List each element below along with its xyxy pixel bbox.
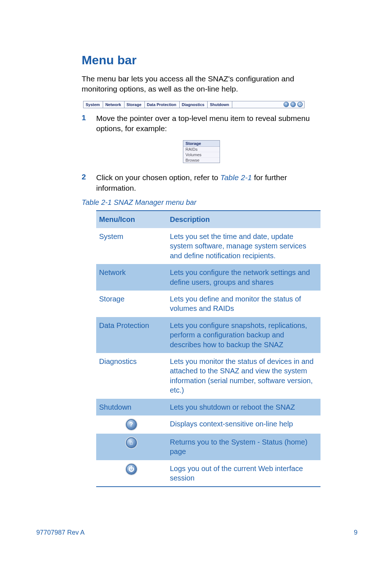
step-number: 1 — [82, 113, 96, 134]
menu-system[interactable]: System — [83, 101, 103, 108]
menu-data-protection[interactable]: Data Protection — [145, 101, 180, 108]
row-menu-name: Shutdown — [96, 399, 167, 415]
footer-pagenum: 9 — [354, 529, 358, 536]
table-caption: Table 2-1 SNAZ Manager menu bar — [82, 198, 321, 207]
table-row: DiagnosticsLets you monitor the status o… — [96, 353, 320, 399]
row-icon-cell: ⏻ — [96, 460, 167, 487]
menubar-icons: ? ⌂ ⏻ — [282, 101, 304, 108]
table-row: Data ProtectionLets you configure snapsh… — [96, 317, 320, 353]
logout-icon[interactable]: ⏻ — [126, 464, 137, 475]
help-icon[interactable]: ? — [283, 102, 289, 107]
row-icon-cell: ? — [96, 415, 167, 434]
row-icon-cell: ⌂ — [96, 434, 167, 460]
logout-icon[interactable]: ⏻ — [297, 102, 303, 107]
row-description: Logs you out of the current Web interfac… — [167, 460, 320, 487]
menubar-screenshot: System Network Storage Data Protection D… — [83, 101, 305, 108]
row-description: Returns you to the System - Status (home… — [167, 434, 320, 460]
row-description: Lets you set the time and date, update s… — [167, 228, 320, 264]
step2-before: Click on your chosen option, refer to — [96, 173, 220, 182]
row-menu-name: Network — [96, 264, 167, 291]
home-icon[interactable]: ⌂ — [126, 437, 137, 448]
menubar: System Network Storage Data Protection D… — [83, 101, 305, 108]
row-menu-name: Diagnostics — [96, 353, 167, 399]
step-number: 2 — [82, 173, 96, 193]
table-row: NetworkLets you configure the network se… — [96, 264, 320, 291]
intro-paragraph: The menu bar lets you access all the SNA… — [82, 74, 321, 94]
submenu-example: Storage RAIDs Volumes Browse — [82, 140, 321, 163]
step-2: 2 Click on your chosen option, refer to … — [82, 173, 321, 193]
row-description: Lets you define and monitor the status o… — [167, 291, 320, 317]
submenu-head[interactable]: Storage — [183, 141, 220, 147]
row-menu-name: Storage — [96, 291, 167, 317]
row-menu-name: Data Protection — [96, 317, 167, 353]
table-row: SystemLets you set the time and date, up… — [96, 228, 320, 264]
table-row: ⌂Returns you to the System - Status (hom… — [96, 434, 320, 460]
section-heading: Menu bar — [82, 53, 321, 67]
step-text: Click on your chosen option, refer to Ta… — [96, 173, 321, 193]
menubar-spacer — [232, 101, 282, 108]
th-description: Description — [167, 211, 320, 228]
row-description: Lets you configure the network settings … — [167, 264, 320, 291]
row-description: Lets you configure snapshots, replicatio… — [167, 317, 320, 353]
row-description: Lets you shutdown or reboot the SNAZ — [167, 399, 320, 415]
submenu-item-raids[interactable]: RAIDs — [183, 147, 220, 152]
help-icon[interactable]: ? — [126, 419, 137, 430]
footer-docid: 97707987 Rev A — [36, 529, 85, 536]
menu-description-table: Menu/Icon Description SystemLets you set… — [96, 210, 320, 487]
step-1: 1 Move the pointer over a top-level menu… — [82, 113, 321, 134]
menu-shutdown[interactable]: Shutdown — [208, 101, 232, 108]
step-text: Move the pointer over a top-level menu i… — [96, 113, 321, 134]
row-menu-name: System — [96, 228, 167, 264]
row-description: Lets you monitor the status of devices i… — [167, 353, 320, 399]
th-menu-icon: Menu/Icon — [96, 211, 167, 228]
table-row: StorageLets you define and monitor the s… — [96, 291, 320, 317]
menu-diagnostics[interactable]: Diagnostics — [180, 101, 208, 108]
home-icon[interactable]: ⌂ — [290, 102, 296, 107]
submenu-item-browse[interactable]: Browse — [183, 158, 220, 163]
page-content: Menu bar The menu bar lets you access al… — [82, 53, 321, 487]
menu-network[interactable]: Network — [103, 101, 124, 108]
submenu: Storage RAIDs Volumes Browse — [183, 140, 220, 163]
submenu-item-volumes[interactable]: Volumes — [183, 152, 220, 158]
table-ref-link[interactable]: Table 2-1 — [220, 173, 252, 182]
table-row: ?Displays context-sensitive on-line help — [96, 415, 320, 434]
table-row: ShutdownLets you shutdown or reboot the … — [96, 399, 320, 415]
menu-storage[interactable]: Storage — [124, 101, 145, 108]
row-description: Displays context-sensitive on-line help — [167, 415, 320, 434]
table-row: ⏻Logs you out of the current Web interfa… — [96, 460, 320, 487]
